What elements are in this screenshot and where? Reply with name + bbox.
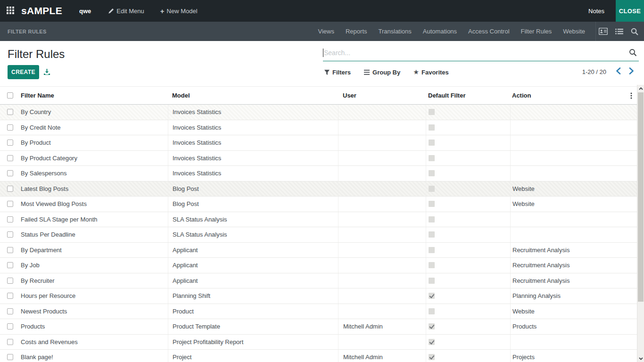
table-row[interactable]: Hours per ResourcePlanning ShiftPlanning… xyxy=(0,288,637,304)
cell-user xyxy=(338,227,426,242)
default-filter-checkbox xyxy=(429,216,435,222)
cell-filter-name: Costs and Revenues xyxy=(19,335,168,350)
table-row[interactable]: By Credit NoteInvoices Statistics xyxy=(0,120,637,136)
scrollbar-down-icon[interactable] xyxy=(637,355,644,362)
row-select-checkbox[interactable] xyxy=(7,278,13,284)
table-row[interactable]: By CountryInvoices Statistics xyxy=(0,105,637,120)
favorites-button[interactable]: ★ Favorites xyxy=(413,69,449,76)
cell-filter-name: By Product Category xyxy=(19,151,168,166)
row-select-checkbox[interactable] xyxy=(7,354,13,360)
row-select-checkbox[interactable] xyxy=(7,247,13,253)
column-header-action[interactable]: Action xyxy=(510,87,626,104)
table-row[interactable]: Newest ProductsProductWebsite xyxy=(0,304,637,320)
apps-grid-icon[interactable] xyxy=(7,7,15,15)
table-row[interactable]: By SalespersonsInvoices Statistics xyxy=(0,166,637,181)
menu-item-qwe[interactable]: qwe xyxy=(79,8,91,15)
table-row[interactable]: ProductsProduct TemplateMitchell AdminPr… xyxy=(0,319,637,335)
row-select-checkbox[interactable] xyxy=(7,109,13,115)
row-select-checkbox[interactable] xyxy=(7,308,13,314)
cell-model: Invoices Statistics xyxy=(168,105,338,120)
subnav-item-reports[interactable]: Reports xyxy=(340,22,373,41)
cell-user xyxy=(338,304,426,319)
filter-funnel-icon xyxy=(324,70,330,75)
row-select-checkbox[interactable] xyxy=(7,293,13,299)
row-select-checkbox[interactable] xyxy=(7,262,13,268)
table-row[interactable]: Latest Blog PostsBlog PostWebsite xyxy=(0,181,637,197)
subnav-item-website[interactable]: Website xyxy=(557,22,591,41)
pager-range: 1-20 / 20 xyxy=(582,68,606,75)
cell-action xyxy=(510,335,626,350)
cell-model: Invoices Statistics xyxy=(168,151,338,166)
row-select-checkbox[interactable] xyxy=(7,201,13,207)
search-submit-icon[interactable] xyxy=(629,49,637,57)
search-input[interactable] xyxy=(323,49,629,57)
notes-button[interactable]: Notes xyxy=(588,8,604,15)
vertical-scrollbar[interactable] xyxy=(637,85,644,362)
column-header-default-filter[interactable]: Default Filter xyxy=(426,87,510,104)
export-download-icon[interactable] xyxy=(43,68,50,75)
pager-previous-icon[interactable] xyxy=(616,67,621,74)
cell-filter-name: By Department xyxy=(19,243,168,258)
cell-action xyxy=(510,151,626,166)
table-row[interactable]: By RecruiterApplicantRecruitment Analysi… xyxy=(0,273,637,289)
cell-user: Mitchell Admin xyxy=(338,319,426,334)
cell-action: Website xyxy=(510,304,626,319)
row-select-checkbox[interactable] xyxy=(7,339,13,345)
new-model-button[interactable]: + New Model xyxy=(160,8,198,15)
default-filter-checkbox xyxy=(429,109,435,115)
table-row[interactable]: Most Viewed Blog PostsBlog PostWebsite xyxy=(0,197,637,212)
table-row[interactable]: Status Per DeadlineSLA Status Analysis xyxy=(0,227,637,243)
subnav-item-translations[interactable]: Translations xyxy=(373,22,417,41)
scrollbar-thumb[interactable] xyxy=(638,92,644,302)
table-row[interactable]: Blank page!ProjectMitchell AdminProjects xyxy=(0,350,637,362)
row-select-checkbox[interactable] xyxy=(7,186,13,192)
table-row[interactable]: By DepartmentApplicantRecruitment Analys… xyxy=(0,243,637,258)
optional-columns-toggle-icon[interactable] xyxy=(630,92,632,99)
pager-next-icon[interactable] xyxy=(629,67,634,74)
row-select-checkbox[interactable] xyxy=(7,140,13,146)
group-by-button[interactable]: Group By xyxy=(364,69,400,76)
cell-user: Mitchell Admin xyxy=(338,350,426,362)
cell-action xyxy=(510,212,626,227)
table-row[interactable]: By JobApplicantRecruitment Analysis xyxy=(0,258,637,273)
cell-model: Applicant xyxy=(168,273,338,288)
cell-filter-name: By Recruiter xyxy=(19,273,168,288)
subnav-item-automations[interactable]: Automations xyxy=(417,22,462,41)
close-button[interactable]: CLOSE xyxy=(616,0,644,22)
default-filter-checkbox xyxy=(429,247,435,253)
row-select-checkbox[interactable] xyxy=(7,155,13,161)
scrollbar-up-icon[interactable] xyxy=(637,85,644,92)
table-row[interactable]: By Product CategoryInvoices Statistics xyxy=(0,151,637,166)
create-button[interactable]: CREATE xyxy=(8,65,39,79)
row-select-checkbox[interactable] xyxy=(7,124,13,131)
cell-action: Website xyxy=(510,181,626,197)
search-icon[interactable] xyxy=(631,28,638,35)
column-header-filter-name[interactable]: Filter Name xyxy=(19,87,168,104)
cell-model: Applicant xyxy=(168,258,338,273)
column-header-user[interactable]: User xyxy=(338,87,426,104)
row-select-checkbox[interactable] xyxy=(7,231,13,238)
subnav-item-access-control[interactable]: Access Control xyxy=(462,22,515,41)
subnav-item-filter-rules[interactable]: Filter Rules xyxy=(515,22,558,41)
select-all-checkbox[interactable] xyxy=(7,92,13,99)
column-header-model[interactable]: Model xyxy=(168,87,338,104)
table-row[interactable]: By ProductInvoices Statistics xyxy=(0,135,637,151)
table-row[interactable]: Failed SLA Stage per MonthSLA Status Ana… xyxy=(0,212,637,228)
edit-menu-button[interactable]: Edit Menu xyxy=(108,8,144,15)
cell-user xyxy=(338,135,426,150)
default-filter-checkbox xyxy=(429,339,435,345)
row-select-checkbox[interactable] xyxy=(7,323,13,329)
filters-button[interactable]: Filters xyxy=(324,69,351,76)
default-filter-checkbox xyxy=(429,323,435,329)
cell-filter-name: Latest Blog Posts xyxy=(19,181,168,197)
table-row[interactable]: Costs and RevenuesProject Profitability … xyxy=(0,335,637,350)
cell-filter-name: By Credit Note xyxy=(19,120,168,135)
cell-filter-name: By Product xyxy=(19,135,168,150)
row-select-checkbox[interactable] xyxy=(7,170,13,176)
contacts-card-icon[interactable] xyxy=(599,28,608,35)
group-by-bars-icon xyxy=(364,70,370,75)
list-view-icon[interactable] xyxy=(615,28,623,35)
subnav-item-views[interactable]: Views xyxy=(313,22,340,41)
row-select-checkbox[interactable] xyxy=(7,216,13,222)
default-filter-checkbox xyxy=(429,231,435,238)
